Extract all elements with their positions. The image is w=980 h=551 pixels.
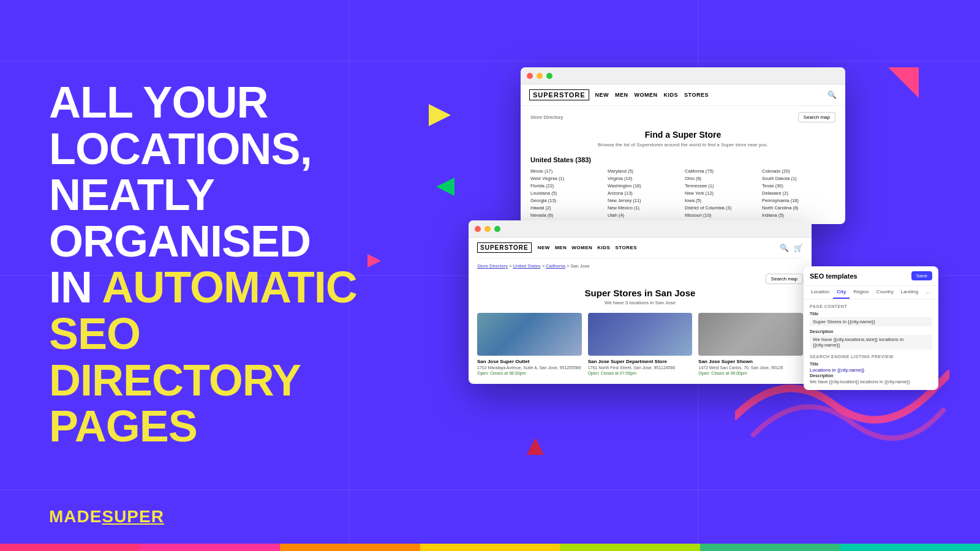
store-name[interactable]: San Jose Super Outlet: [477, 359, 582, 364]
logo-highlight: SUPER: [102, 507, 164, 526]
state-item[interactable]: District of Columbia (3): [685, 205, 758, 211]
sj-search-map-button[interactable]: Search map: [766, 274, 803, 284]
svg-marker-5: [429, 104, 451, 126]
seo-preview-desc-value: We have {{city.location}} locations in {…: [810, 379, 932, 385]
bar-green: [700, 544, 840, 551]
sj-search-icon[interactable]: 🔍: [780, 244, 789, 252]
state-item[interactable]: Delaware (2): [762, 190, 835, 196]
breadcrumb-store-directory[interactable]: Store Directory: [477, 263, 508, 269]
seo-preview-label: SEARCH ENGINE LISTING PREVIEW: [810, 354, 932, 359]
state-item[interactable]: Nevada (6): [530, 212, 604, 218]
hero-line3-prefix: IN: [49, 263, 102, 312]
breadcrumb-us[interactable]: United States: [513, 263, 541, 269]
bar-lime: [560, 544, 700, 551]
triangle-red-shape: [527, 438, 544, 455]
sj-breadcrumb: Store Directory > United States > Califo…: [477, 263, 803, 269]
logo: MADESUPER: [49, 507, 164, 527]
state-item[interactable]: Maryland (5): [608, 168, 681, 174]
state-item[interactable]: New Mexico (1): [608, 205, 681, 211]
state-item[interactable]: Pennsylvania (18): [762, 198, 835, 203]
state-item[interactable]: West Virginia (1): [530, 176, 604, 181]
nav-new: NEW: [595, 92, 609, 98]
sj-nav-women: WOMEN: [571, 245, 592, 250]
browser-bar-main: [521, 67, 845, 84]
seo-tab-landing[interactable]: Landing: [897, 286, 922, 299]
browser-dot-red-sj: [475, 226, 481, 232]
country-title: United States (383): [530, 156, 835, 163]
store-hours: Open: Closes at 08:30pm: [477, 371, 582, 375]
state-item[interactable]: Utah (4): [608, 212, 681, 218]
nav-search-icon[interactable]: 🔍: [827, 91, 837, 99]
store-address: 1472 West San Carlos, 70, San Jose, 9512…: [698, 365, 803, 370]
state-item[interactable]: New Jersey (11): [608, 198, 681, 203]
breadcrumb-text: Store Directory: [530, 114, 563, 120]
bar-yellow: [420, 544, 560, 551]
sj-nav-men: MEN: [555, 245, 567, 250]
store-name[interactable]: San Jose Super Department Store: [588, 359, 693, 364]
state-item[interactable]: Louisiana (5): [530, 190, 604, 196]
seo-panel-header: SEO templates Save: [804, 266, 938, 286]
seo-preview-desc-label: Description: [810, 373, 932, 378]
bottom-color-bars: [0, 544, 980, 551]
state-item[interactable]: Indiana (5): [762, 212, 835, 218]
directory-content: SUPERSTORE NEW MEN WOMEN KIDS STORES 🔍 S…: [521, 84, 845, 224]
state-item[interactable]: Hawaii (2): [530, 205, 604, 211]
nav-women: WOMEN: [635, 92, 658, 98]
state-item[interactable]: Missouri (10): [685, 212, 758, 218]
state-item[interactable]: California (75): [685, 168, 758, 174]
hero-line1: ALL YOUR LOCATIONS,: [49, 78, 312, 173]
state-item[interactable]: Florida (22): [530, 183, 604, 189]
seo-desc-value[interactable]: We have {{city.locations.size}} location…: [810, 335, 932, 350]
state-item[interactable]: Colorado (20): [762, 168, 835, 174]
breadcrumb-row: Store Directory Search map: [530, 112, 835, 122]
store-card: San Jose Super Shown1472 West San Carlos…: [698, 313, 803, 375]
sj-cart-icon[interactable]: 🛒: [794, 244, 803, 252]
store-image-0: [477, 313, 582, 356]
breadcrumb-ca[interactable]: California: [546, 263, 565, 269]
state-item[interactable]: Georgia (13): [530, 198, 604, 203]
hero-line2: NEATLY ORGANISED: [49, 170, 311, 266]
store-hours: Open: Closes at 08:00pm: [698, 371, 803, 375]
store-card: San Jose Super Department Store1761 Nort…: [588, 313, 693, 375]
state-item[interactable]: Iowa (5): [685, 198, 758, 203]
state-item[interactable]: Washington (18): [608, 183, 681, 189]
triangle-yellow-shape: [429, 104, 451, 126]
superstore-nav: SUPERSTORE NEW MEN WOMEN KIDS STORES 🔍: [521, 84, 845, 106]
state-item[interactable]: Tennessee (1): [685, 183, 758, 189]
seo-tab-city[interactable]: City: [833, 286, 850, 299]
state-item[interactable]: South Dakota (1): [762, 176, 835, 181]
state-item[interactable]: Texas (30): [762, 183, 835, 189]
seo-tab-location[interactable]: Location: [807, 286, 833, 299]
search-map-button[interactable]: Search map: [798, 112, 835, 122]
state-item[interactable]: North Carolina (8): [762, 205, 835, 211]
seo-title-value[interactable]: Super Stores in {{city.name}}: [810, 317, 932, 326]
seo-preview-title-label: Title: [810, 362, 932, 366]
store-image-2: [698, 313, 803, 356]
sj-nav-kids: KIDS: [597, 245, 610, 250]
nav-kids: KIDS: [664, 92, 679, 98]
store-hours: Open: Closes at 07:00pm: [588, 371, 693, 375]
bar-teal: [840, 544, 980, 551]
seo-tab-country[interactable]: Country: [873, 286, 897, 299]
browser-dot-yellow-sj: [484, 226, 491, 232]
seo-desc-label: Description: [810, 329, 932, 334]
store-name[interactable]: San Jose Super Shown: [698, 359, 803, 364]
state-item[interactable]: Ohio (8): [685, 176, 758, 181]
seo-tab-region[interactable]: Region: [850, 286, 872, 299]
sj-brand: SUPERSTORE: [477, 242, 532, 253]
browser-dot-green: [546, 73, 552, 79]
store-image-1: [588, 313, 693, 356]
svg-marker-7: [888, 67, 919, 98]
sj-nav-links: NEW MEN WOMEN KIDS STORES: [538, 245, 637, 250]
seo-page-content-label: PAGE CONTENT: [810, 304, 932, 309]
state-item[interactable]: Arizona (13): [608, 190, 681, 196]
state-item[interactable]: New York (12): [685, 190, 758, 196]
seo-preview-title-value: Locations in {{city.name}}: [810, 367, 932, 373]
state-item[interactable]: Virginia (19): [608, 176, 681, 181]
seo-panel: SEO templates Save Location City Region …: [804, 266, 938, 390]
browser-dot-green-sj: [494, 226, 500, 232]
seo-panel-body: PAGE CONTENT Title Super Stores in {{cit…: [804, 299, 938, 390]
seo-save-button[interactable]: Save: [911, 271, 932, 280]
state-item[interactable]: Illinois (17): [530, 168, 604, 174]
seo-tab-more[interactable]: ...: [922, 286, 933, 299]
